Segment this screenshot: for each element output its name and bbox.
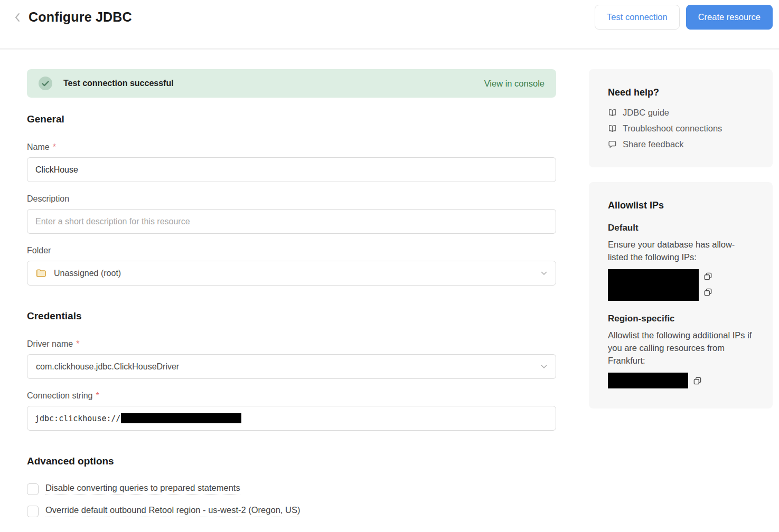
name-label: Name * [27, 142, 556, 152]
required-asterisk: * [76, 339, 79, 349]
allowlist-heading: Allowlist IPs [608, 200, 754, 211]
help-link-label: JDBC guide [623, 108, 669, 118]
region-subheading: Region-specific [608, 314, 754, 324]
redacted-ip-list [608, 269, 699, 301]
driver-name-select[interactable]: com.clickhouse.jdbc.ClickHouseDriver [27, 354, 556, 379]
redacted-ip [608, 373, 688, 388]
required-asterisk: * [96, 391, 99, 401]
copy-buttons [703, 269, 712, 297]
option-row-prepared-statements: Disable converting queries to prepared s… [27, 483, 556, 495]
folder-field-group: Folder Unassigned (root) [27, 246, 556, 286]
share-feedback-link[interactable]: Share feedback [608, 139, 754, 149]
book-icon [608, 124, 617, 133]
description-label: Description [27, 194, 556, 204]
header-actions: Test connection Create resource [595, 5, 773, 30]
need-help-heading: Need help? [608, 87, 754, 98]
help-link-label: Troubleshoot connections [623, 124, 722, 134]
page-header: Configure JDBC Test connection Create re… [0, 0, 779, 50]
jdbc-guide-link[interactable]: JDBC guide [608, 108, 754, 118]
connection-string-input[interactable]: jdbc:clickhouse:// [27, 406, 556, 431]
help-link-label: Share feedback [623, 139, 684, 149]
driver-name-select-value: com.clickhouse.jdbc.ClickHouseDriver [36, 362, 179, 372]
connection-string-field-group: Connection string * jdbc:clickhouse:// [27, 391, 556, 431]
create-resource-button[interactable]: Create resource [686, 5, 773, 30]
copy-ip-button[interactable] [703, 288, 712, 297]
driver-name-field-group: Driver name * com.clickhouse.jdbc.ClickH… [27, 339, 556, 379]
copy-ip-button[interactable] [693, 376, 702, 385]
checkbox-label: Disable converting queries to prepared s… [45, 483, 240, 495]
connection-string-label: Connection string * [27, 391, 556, 401]
folder-label: Folder [27, 246, 556, 255]
default-ips-row [608, 269, 754, 301]
option-row-override-region: Override default outbound Retool region … [27, 505, 556, 517]
chevron-down-icon [541, 365, 547, 369]
checkbox-label: Override default outbound Retool region … [45, 505, 300, 517]
checkbox-disable-prepared-statements[interactable] [27, 483, 39, 495]
chevron-left-icon [15, 13, 20, 22]
name-field-group: Name * [27, 142, 556, 182]
page-title: Configure JDBC [29, 10, 132, 25]
region-specific-section: Region-specific Allowlist the following … [608, 314, 754, 388]
folder-icon [36, 269, 46, 278]
advanced-options-heading: Advanced options [27, 455, 556, 467]
need-help-card: Need help? JDBC guide Troubleshoot conne… [589, 69, 773, 167]
folder-select-value: Unassigned (root) [54, 269, 121, 278]
copy-icon [693, 376, 702, 385]
book-icon [608, 108, 617, 117]
chat-bubble-icon [608, 140, 617, 149]
test-connection-button[interactable]: Test connection [595, 5, 680, 30]
default-description: Ensure your database has allow-listed th… [608, 238, 754, 263]
description-field-group: Description [27, 194, 556, 234]
allowlist-ips-card: Allowlist IPs Default Ensure your databa… [589, 182, 773, 408]
back-button[interactable] [11, 11, 24, 24]
banner-message: Test connection successful [63, 79, 174, 88]
view-in-console-link[interactable]: View in console [484, 79, 545, 89]
chevron-down-icon [541, 271, 547, 276]
name-input[interactable] [27, 157, 556, 182]
copy-ip-button[interactable] [703, 272, 712, 281]
region-ips-row [608, 373, 754, 388]
credentials-section-heading: Credentials [27, 310, 556, 322]
form-column: Test connection successful View in conso… [27, 69, 556, 527]
main-content: Test connection successful View in conso… [0, 50, 779, 527]
check-circle-icon [39, 77, 52, 90]
success-banner: Test connection successful View in conso… [27, 69, 556, 98]
connection-string-prefix: jdbc:clickhouse:// [35, 414, 121, 423]
copy-icon [703, 288, 712, 297]
description-input[interactable] [27, 209, 556, 234]
required-asterisk: * [53, 142, 56, 152]
default-subheading: Default [608, 223, 754, 233]
help-sidebar: Need help? JDBC guide Troubleshoot conne… [589, 69, 773, 408]
region-description: Allowlist the following additional IPs i… [608, 329, 754, 367]
redacted-connection-host [121, 413, 241, 423]
driver-name-label: Driver name * [27, 339, 556, 349]
copy-icon [703, 272, 712, 281]
troubleshoot-connections-link[interactable]: Troubleshoot connections [608, 124, 754, 134]
checkbox-override-region[interactable] [27, 506, 39, 517]
general-section-heading: General [27, 113, 556, 125]
folder-select[interactable]: Unassigned (root) [27, 261, 556, 286]
